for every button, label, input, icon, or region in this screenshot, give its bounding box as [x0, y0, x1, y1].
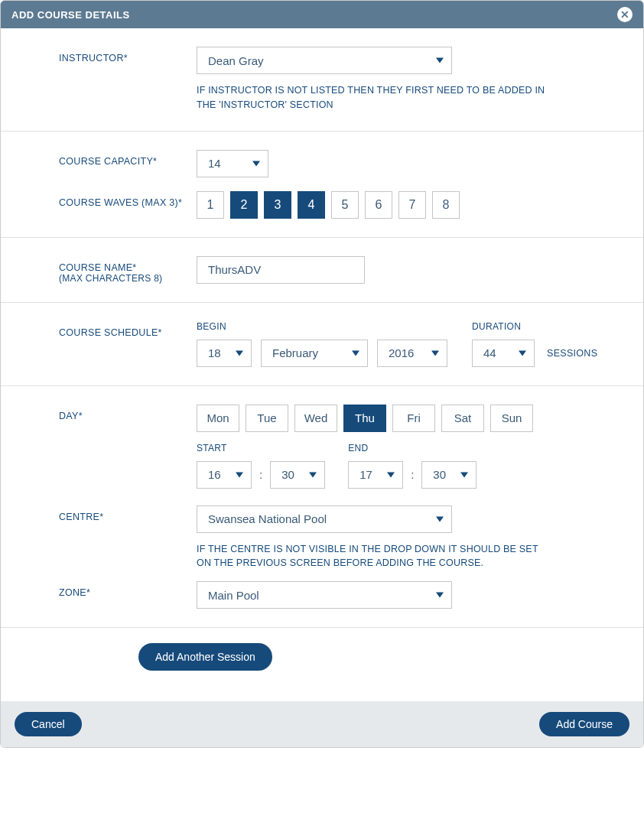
course-name-label: COURSE NAME* (MAX CHARACTERS 8): [59, 256, 197, 284]
wave-button-6[interactable]: 6: [365, 191, 392, 219]
centre-value: Swansea National Pool: [208, 512, 327, 525]
add-course-modal: ADD COURSE DETAILS ✕ INSTRUCTOR* Dean Gr…: [0, 0, 644, 748]
schedule-label: COURSE SCHEDULE*: [59, 321, 197, 338]
chevron-down-icon: [236, 472, 243, 477]
section-instructor: INSTRUCTOR* Dean Gray IF INSTRUCTOR IS N…: [1, 28, 643, 132]
course-name-input[interactable]: [197, 256, 365, 284]
add-another-session-button[interactable]: Add Another Session: [138, 643, 272, 671]
end-hour-value: 17: [359, 468, 372, 481]
wave-button-8[interactable]: 8: [432, 191, 460, 219]
capacity-select[interactable]: 14: [197, 150, 268, 177]
chevron-down-icon: [436, 58, 444, 63]
duration-value: 44: [483, 346, 496, 359]
begin-day-value: 18: [208, 346, 221, 359]
chevron-down-icon: [387, 472, 395, 477]
section-schedule: COURSE SCHEDULE* BEGIN 18 February: [1, 303, 643, 386]
start-hour-select[interactable]: 16: [197, 461, 252, 489]
duration-label: DURATION: [472, 321, 535, 332]
day-label: DAY*: [59, 405, 197, 421]
wave-button-5[interactable]: 5: [331, 191, 359, 219]
begin-month-select[interactable]: February: [261, 340, 368, 367]
chevron-down-icon: [436, 593, 444, 598]
centre-select[interactable]: Swansea National Pool: [197, 505, 452, 533]
instructor-label: INSTRUCTOR*: [59, 47, 197, 63]
add-course-button[interactable]: Add Course: [539, 712, 629, 736]
duration-select[interactable]: 44: [472, 340, 535, 367]
start-min-value: 30: [281, 468, 294, 481]
course-name-label-sub: (MAX CHARACTERS 8): [59, 273, 197, 284]
day-button-wed[interactable]: Wed: [294, 405, 337, 432]
modal-footer: Cancel Add Course: [1, 701, 643, 747]
end-min-value: 30: [433, 468, 446, 481]
zone-value: Main Pool: [208, 589, 259, 602]
chevron-down-icon: [309, 472, 317, 477]
chevron-down-icon: [431, 350, 439, 356]
sessions-label: SESSIONS: [547, 348, 597, 359]
modal-header: ADD COURSE DETAILS ✕: [1, 1, 643, 28]
begin-day-select[interactable]: 18: [197, 340, 252, 367]
instructor-helper: IF INSTRUCTOR IS NOT LISTED THEN THEY FI…: [197, 83, 548, 112]
close-icon[interactable]: ✕: [617, 7, 633, 22]
end-label: END: [348, 443, 476, 453]
wave-button-2[interactable]: 2: [230, 191, 258, 219]
begin-month-value: February: [272, 346, 318, 359]
add-session-row: Add Another Session: [1, 628, 643, 701]
centre-helper: IF THE CENTRE IS NOT VISIBLE IN THE DROP…: [197, 542, 548, 571]
zone-label: ZONE*: [59, 581, 197, 598]
wave-button-7[interactable]: 7: [398, 191, 426, 219]
wave-button-3[interactable]: 3: [264, 191, 291, 219]
chevron-down-icon: [236, 350, 243, 356]
begin-label: BEGIN: [197, 321, 252, 332]
capacity-value: 14: [208, 157, 221, 170]
capacity-label: COURSE CAPACITY*: [59, 150, 197, 167]
colon-separator: :: [259, 468, 262, 481]
section-capacity-waves: COURSE CAPACITY* 14 COURSE WAVES (MAX 3)…: [1, 132, 643, 238]
course-name-label-main: COURSE NAME*: [59, 262, 137, 273]
wave-button-4[interactable]: 4: [298, 191, 325, 219]
instructor-value: Dean Gray: [208, 54, 264, 67]
begin-year-select[interactable]: 2016: [377, 340, 447, 367]
modal-title: ADD COURSE DETAILS: [11, 9, 130, 21]
waves-label: COURSE WAVES (MAX 3)*: [59, 191, 197, 208]
colon-separator: :: [411, 468, 414, 481]
section-course-name: COURSE NAME* (MAX CHARACTERS 8): [1, 238, 643, 303]
section-day-centre-zone: DAY* MonTueWedThuFriSatSun START 16 :: [1, 386, 643, 629]
day-button-sun[interactable]: Sun: [490, 405, 533, 432]
cancel-button[interactable]: Cancel: [15, 712, 82, 736]
day-button-fri[interactable]: Fri: [392, 405, 435, 432]
day-button-sat[interactable]: Sat: [441, 405, 484, 432]
chevron-down-icon: [519, 350, 526, 356]
day-group: MonTueWedThuFriSatSun: [197, 405, 613, 432]
day-button-thu[interactable]: Thu: [343, 405, 386, 432]
chevron-down-icon: [352, 350, 359, 356]
day-button-mon[interactable]: Mon: [197, 405, 239, 432]
zone-select[interactable]: Main Pool: [197, 581, 452, 609]
chevron-down-icon: [460, 472, 468, 477]
chevron-down-icon: [252, 161, 260, 166]
waves-group: 12345678: [197, 191, 613, 219]
wave-button-1[interactable]: 1: [197, 191, 224, 219]
start-min-select[interactable]: 30: [270, 461, 325, 489]
begin-year-value: 2016: [389, 346, 414, 359]
instructor-select[interactable]: Dean Gray: [197, 47, 452, 74]
start-hour-value: 16: [208, 468, 221, 481]
centre-label: CENTRE*: [59, 505, 197, 522]
chevron-down-icon: [436, 516, 444, 522]
day-button-tue[interactable]: Tue: [246, 405, 288, 432]
start-label: START: [197, 443, 325, 453]
end-min-select[interactable]: 30: [421, 461, 476, 489]
end-hour-select[interactable]: 17: [348, 461, 403, 489]
